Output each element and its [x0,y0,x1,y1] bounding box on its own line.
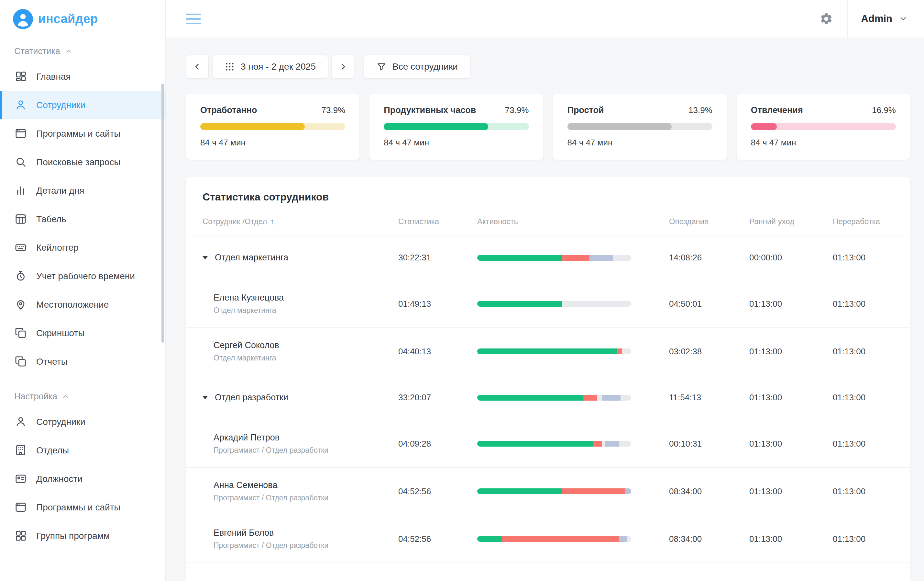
sidebar-item-main[interactable]: Главная [0,62,165,91]
row-name: Елена Кузнецова [213,293,284,303]
prev-period-button[interactable] [186,55,209,79]
sidebar-scrollbar[interactable] [162,84,164,343]
collapse-triangle-icon[interactable] [203,256,208,260]
sidebar-item-settings-programs[interactable]: Программы и сайты [0,493,165,521]
employee-filter-button[interactable]: Все сотрудники [364,55,470,79]
date-range-picker[interactable]: 3 ноя - 2 дек 2025 [212,55,328,79]
column-header-statistics[interactable]: Статистика [398,217,477,226]
stat-time: 04:40:13 [398,346,477,357]
stat-time: 04:09:28 [398,439,477,449]
sidebar-item-day-details[interactable]: Детали дня [0,176,165,205]
activity-segment [562,488,625,494]
column-header-overtime[interactable]: Переработка [833,217,910,226]
early-leave-time: 01:13:00 [749,487,833,497]
section-settings[interactable]: Настройка [0,383,165,407]
early-leave-time: 01:13:00 [749,439,833,449]
badge-icon [14,472,27,485]
section-statistics[interactable]: Статистика [0,38,165,62]
late-time: 14:08:26 [669,253,749,263]
brand-name: инсайдер [38,12,98,26]
stat-time: 04:52:56 [398,487,477,497]
card-time: 84 ч 47 мин [568,137,713,148]
sidebar-item-time-tracking[interactable]: Учет рабочего времени [0,262,165,290]
column-header-activity[interactable]: Активность [477,217,669,226]
sidebar-item-departments[interactable]: Отделы [0,436,165,464]
row-name: Аркадий Петров [213,433,328,443]
progress-bar [568,123,713,130]
sidebar-item-settings-employees[interactable]: Сотрудники [0,407,165,436]
sidebar-item-employees[interactable]: Сотрудники [0,91,165,119]
table-row[interactable]: Сергей Соколов Отдел маркетинга 04:40:13… [186,328,910,375]
sidebar-item-label: Главная [36,71,71,82]
early-leave-time: 01:13:00 [749,534,833,544]
row-name: Сергей Соколов [213,340,279,351]
table-row[interactable]: Отдел маркетинга 30:22:31 14:08:26 00:00… [186,235,910,280]
column-header-early-leave[interactable]: Ранний уход [749,217,833,226]
stat-time: 01:49:13 [398,299,477,309]
section-statistics-label: Статистика [14,46,60,56]
sidebar-item-program-groups[interactable]: Группы программ [0,521,165,550]
table-row[interactable]: Анна Семенова [186,563,910,581]
late-time: 08:34:00 [669,534,749,544]
stat-cards: Отработанно 73.9% 84 ч 47 мин Продуктивн… [186,94,910,160]
early-leave-time: 01:13:00 [749,299,833,309]
sidebar-item-timesheet[interactable]: Табель [0,205,165,233]
progress-bar [751,123,896,130]
sidebar-item-positions[interactable]: Должности [0,464,165,493]
column-header-late[interactable]: Опоздания [669,217,749,226]
sidebar-item-label: Сотрудники [36,416,86,427]
activity-segment [477,395,583,401]
row-subtitle: Программист / Отдел разработки [213,493,328,502]
late-time: 00:10:31 [669,439,749,449]
sidebar-item-label: Сотрудники [36,99,86,111]
sidebar-nav: Главная Сотрудники Программы и сайты Пои… [0,62,165,376]
sidebar-item-programs-sites[interactable]: Программы и сайты [0,119,165,148]
person-icon [14,415,27,428]
settings-button[interactable] [805,0,847,38]
sidebar-item-screenshots[interactable]: Скриншоты [0,319,165,347]
user-menu[interactable]: Admin [848,0,924,38]
sidebar-item-search-queries[interactable]: Поисковые запросы [0,148,165,176]
late-time: 08:34:00 [669,487,749,497]
collapse-triangle-icon[interactable] [203,396,208,399]
column-header-employee[interactable]: Сотрудник /Отдел ↑ [186,217,398,226]
row-subtitle: Отдел маркетинга [213,354,279,363]
table-body: Отдел маркетинга 30:22:31 14:08:26 00:00… [186,235,910,581]
card-percent: 73.9% [322,105,345,115]
sidebar-settings-nav: Сотрудники Отделы Должности Программы и … [0,407,165,550]
sidebar-item-location[interactable]: Местоположение [0,290,165,319]
card-title: Продуктивных часов [384,105,476,115]
chevron-down-icon [899,14,908,23]
activity-bar [477,536,631,542]
overtime-time: 01:13:00 [833,487,910,497]
sort-arrow-icon[interactable]: ↑ [270,217,274,226]
stat-time: 30:22:31 [398,253,477,263]
activity-segment [602,395,620,401]
table-row[interactable]: Отдел разработки 33:20:07 11:54:13 01:13… [186,375,910,420]
activity-segment [593,441,602,447]
sidebar-item-reports[interactable]: Отчеты [0,347,165,376]
sidebar-item-label: Группы программ [36,530,110,541]
toolbar: 3 ноя - 2 дек 2025 Все сотрудники [186,55,910,79]
table-row[interactable]: Анна Семенова Программист / Отдел разраб… [186,468,910,515]
sidebar-item-label: Отделы [36,445,69,456]
activity-segment [619,536,627,542]
early-leave-time: 01:13:00 [749,346,833,357]
next-period-button[interactable] [332,55,354,79]
table-row[interactable]: Елена Кузнецова Отдел маркетинга 01:49:1… [186,280,910,328]
hamburger-menu-icon[interactable] [186,11,201,27]
brand-logo[interactable]: инсайдер [0,0,165,38]
sidebar-item-label: Табель [36,214,66,225]
table-row[interactable]: Евгений Белов Программист / Отдел разраб… [186,515,910,563]
late-time: 04:50:01 [669,299,749,309]
row-subtitle: Отдел маркетинга [213,306,284,315]
location-icon [14,298,27,311]
table-row[interactable]: Аркадий Петров Программист / Отдел разра… [186,420,910,468]
sidebar-item-keylogger[interactable]: Кейлоггер [0,233,165,262]
brand-person-icon [13,9,33,29]
sidebar-item-label: Учет рабочего времени [36,270,135,282]
card-time: 84 ч 47 мин [384,137,529,148]
topbar: Admin [166,0,924,38]
browser-icon [14,127,27,140]
row-name: Отдел маркетинга [215,253,288,263]
